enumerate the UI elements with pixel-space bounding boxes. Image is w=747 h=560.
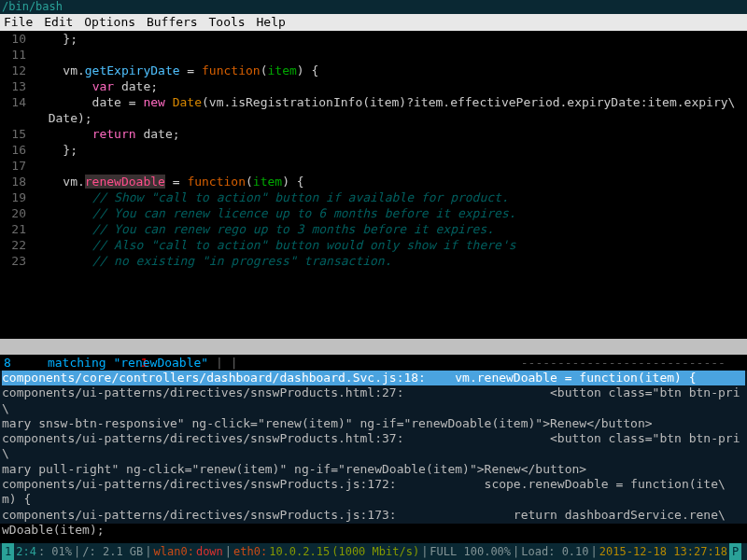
sb-date: 2015-12-18 13:27:18 bbox=[599, 543, 727, 560]
result-line[interactable]: components/ui-patterns/directives/snswPr… bbox=[2, 431, 740, 460]
sb-load: Load: 0.10 bbox=[521, 543, 588, 560]
line-number bbox=[0, 110, 34, 126]
code-line[interactable]: 15 return date; bbox=[0, 126, 747, 142]
status-bar: 1 2:4 : 01% | /: 2.1 GB | wlan0: down | … bbox=[0, 543, 747, 560]
sb-session: 1 bbox=[2, 543, 14, 560]
sb-batt: FULL 100.00% bbox=[430, 543, 511, 560]
result-line[interactable]: m) { bbox=[2, 492, 31, 506]
result-line[interactable]: mary pull-right" ng-click="renew(item)" … bbox=[2, 462, 586, 476]
line-number: 11 bbox=[0, 47, 34, 63]
result-line[interactable]: components/ui-patterns/directives/snswPr… bbox=[2, 508, 726, 522]
line-number: 12 bbox=[0, 63, 34, 78]
menu-file[interactable]: File bbox=[4, 15, 33, 29]
code-line[interactable]: 14 date = new Date(vm.isRegistrationInfo… bbox=[0, 94, 747, 110]
line-number: 21 bbox=[0, 221, 34, 237]
line-number: 19 bbox=[0, 189, 34, 205]
code-line[interactable]: 17 bbox=[0, 158, 747, 174]
code-text[interactable]: // no existing "in progress" transaction… bbox=[34, 253, 747, 269]
code-line[interactable]: 20 // You can renew licence up to 6 mont… bbox=[0, 205, 747, 221]
search-results[interactable]: components/core/controllers/dashboard/da… bbox=[0, 371, 747, 524]
code-text[interactable]: var date; bbox=[34, 78, 747, 94]
code-text[interactable]: }; bbox=[34, 31, 747, 47]
result-line[interactable]: components/ui-patterns/directives/snswPr… bbox=[2, 385, 740, 414]
line-number: 14 bbox=[0, 94, 34, 110]
sb-iface1-status: down bbox=[196, 543, 223, 560]
code-line[interactable]: 10 }; bbox=[0, 31, 747, 47]
code-text[interactable]: return date; bbox=[34, 126, 747, 142]
code-text[interactable]: // You can renew rego up to 3 months bef… bbox=[34, 221, 747, 237]
code-text[interactable] bbox=[34, 47, 747, 63]
code-line[interactable]: 19 // Show "call to action" button if av… bbox=[0, 189, 747, 205]
code-line[interactable]: Date); bbox=[0, 110, 747, 126]
result-line[interactable]: wDoable(item); bbox=[2, 523, 105, 537]
menu-edit[interactable]: Edit bbox=[44, 15, 73, 29]
result-line[interactable]: mary snsw-btn-responsive" ng-click="rene… bbox=[2, 416, 653, 430]
line-number: 10 bbox=[0, 31, 34, 47]
code-line[interactable]: 18 vm.renewDoable = function(item) { bbox=[0, 174, 747, 189]
code-line[interactable]: 12 vm.getExpiryDate = function(item) { bbox=[0, 63, 747, 78]
line-number: 22 bbox=[0, 237, 34, 253]
menu-help[interactable]: Help bbox=[257, 15, 286, 29]
line-number: 20 bbox=[0, 205, 34, 221]
modeline-time: Fri Dec 18 13:27 Mail bbox=[360, 356, 514, 370]
result-line[interactable]: components/ui-patterns/directives/snswPr… bbox=[2, 477, 726, 491]
code-text[interactable] bbox=[34, 158, 747, 174]
code-line[interactable]: 22 // Also "call to action" button would… bbox=[0, 237, 747, 253]
code-text[interactable]: Date); bbox=[34, 110, 747, 126]
menu-options[interactable]: Options bbox=[84, 15, 135, 29]
sb-ip: 10.0.2.15 bbox=[269, 543, 330, 560]
code-line[interactable]: 13 var date; bbox=[0, 78, 747, 94]
code-text[interactable]: vm.renewDoable = function(item) { bbox=[34, 174, 747, 189]
sb-flag: P bbox=[729, 543, 741, 560]
sb-iface1: wlan0: bbox=[154, 543, 194, 560]
search-count: 8 bbox=[4, 356, 11, 370]
code-line[interactable]: 21 // You can renew rego up to 3 months … bbox=[0, 221, 747, 237]
code-text[interactable]: // Also "call to action" button would on… bbox=[34, 237, 747, 253]
line-number: 17 bbox=[0, 158, 34, 174]
sb-speed: (1000 Mbit/s) bbox=[331, 543, 419, 560]
search-label: matching bbox=[48, 356, 106, 370]
sb-cpu: : 01% bbox=[38, 543, 72, 560]
code-text[interactable]: }; bbox=[34, 142, 747, 158]
code-editor[interactable]: 10 };1112 vm.getExpiryDate = function(it… bbox=[0, 31, 747, 339]
code-line[interactable]: 11 bbox=[0, 47, 747, 63]
code-text[interactable]: date = new Date(vm.isRegistrationInfo(it… bbox=[34, 94, 747, 110]
sb-disk: /: 2.1 GB bbox=[82, 543, 143, 560]
code-text[interactable]: // Show "call to action" button if avail… bbox=[34, 189, 747, 205]
line-number: 23 bbox=[0, 253, 34, 269]
menu-bar: File Edit Options Buffers Tools Help bbox=[0, 14, 747, 31]
line-number: 13 bbox=[0, 78, 34, 94]
result-line[interactable]: components/core/controllers/dashboard/da… bbox=[2, 371, 745, 385]
search-term: "renewDoable" bbox=[113, 356, 208, 370]
line-number: 15 bbox=[0, 126, 34, 142]
line-number: 16 bbox=[0, 142, 34, 158]
minibuffer[interactable] bbox=[0, 524, 747, 543]
code-text[interactable]: // You can renew licence up to 6 months … bbox=[34, 205, 747, 221]
code-text[interactable]: vm.getExpiryDate = function(item) { bbox=[34, 63, 747, 78]
modeline-trail: ---------------------------- bbox=[514, 356, 726, 370]
sb-dim: 2:4 bbox=[16, 543, 36, 560]
line-number: 18 bbox=[0, 174, 34, 189]
code-line[interactable]: 16 }; bbox=[0, 142, 747, 158]
code-line[interactable]: 23 // no existing "in progress" transact… bbox=[0, 253, 747, 269]
window-title: /bin/bash bbox=[0, 0, 747, 14]
menu-buffers[interactable]: Buffers bbox=[147, 15, 198, 29]
mode-line: dashboard.Svc.js 1(18,17) [Javascript-ID… bbox=[0, 339, 747, 355]
menu-tools[interactable]: Tools bbox=[209, 15, 246, 29]
sb-iface2: eth0: bbox=[233, 543, 267, 560]
